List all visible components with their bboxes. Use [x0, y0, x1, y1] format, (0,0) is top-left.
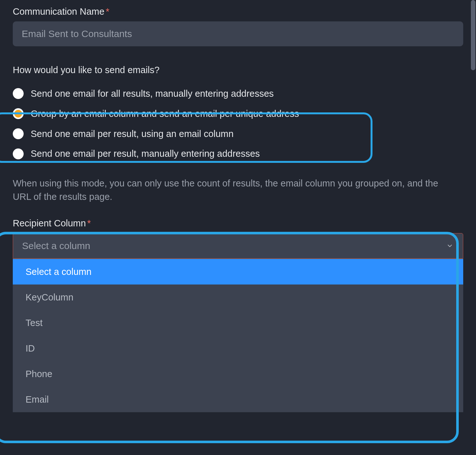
recipient-column-label: Recipient Column* — [13, 218, 463, 229]
communication-name-input[interactable] — [13, 21, 463, 46]
radio-input[interactable] — [13, 148, 24, 159]
radio-option-per-result-column[interactable]: Send one email per result, using an emai… — [13, 124, 463, 144]
radio-option-per-result-manual[interactable]: Send one email per result, manually ente… — [13, 144, 463, 164]
recipient-column-label-text: Recipient Column — [13, 218, 86, 228]
option-phone[interactable]: Phone — [13, 361, 463, 387]
radio-option-all-results[interactable]: Send one email for all results, manually… — [13, 84, 463, 104]
option-keycolumn[interactable]: KeyColumn — [13, 284, 463, 310]
mode-note: When using this mode, you can only use t… — [13, 177, 447, 203]
send-mode-radio-group: Send one email for all results, manually… — [13, 84, 463, 164]
recipient-column-dropdown: Select a column KeyColumn Test ID Phone … — [13, 259, 463, 412]
option-email[interactable]: Email — [13, 387, 463, 412]
radio-label: Send one email per result, manually ente… — [31, 148, 260, 159]
radio-input[interactable] — [13, 128, 24, 139]
radio-label: Send one email per result, using an emai… — [31, 128, 234, 140]
send-mode-question: How would you like to send emails? — [13, 65, 463, 75]
select-placeholder: Select a column — [22, 240, 90, 251]
required-asterisk: * — [87, 218, 91, 228]
communication-name-label-text: Communication Name — [13, 6, 104, 17]
radio-input[interactable] — [13, 108, 24, 119]
option-select-a-column[interactable]: Select a column — [13, 259, 463, 284]
option-test[interactable]: Test — [13, 310, 463, 336]
recipient-column-select[interactable]: Select a column — [13, 233, 463, 259]
radio-option-group-by-column[interactable]: Group by an email column and send an ema… — [13, 104, 463, 124]
chevron-down-icon — [446, 242, 454, 250]
required-asterisk: * — [106, 6, 109, 17]
radio-label: Group by an email column and send an ema… — [31, 108, 299, 119]
radio-input[interactable] — [13, 88, 24, 99]
communication-name-label: Communication Name* — [13, 6, 463, 17]
scrollbar[interactable] — [471, 0, 475, 70]
option-id[interactable]: ID — [13, 336, 463, 361]
radio-label: Send one email for all results, manually… — [31, 88, 274, 99]
